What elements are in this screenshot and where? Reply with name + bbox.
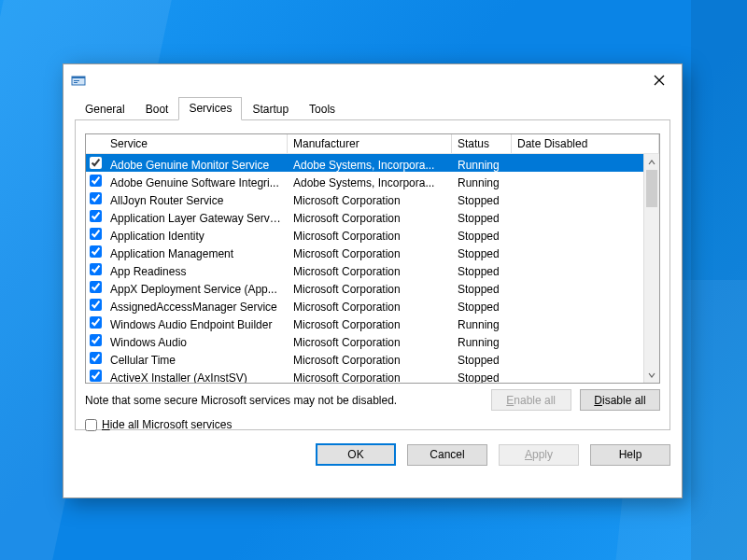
hide-ms-services-checkbox[interactable] (85, 419, 97, 431)
row-checkbox[interactable] (90, 334, 102, 346)
svg-rect-1 (72, 77, 85, 78)
cell-date-disabled (512, 331, 659, 349)
cell-status: Running (452, 331, 512, 349)
help-button[interactable]: Help (590, 444, 670, 466)
row-checkbox[interactable] (90, 228, 102, 240)
titlebar (63, 64, 682, 96)
svg-rect-3 (74, 82, 78, 83)
cell-date-disabled (512, 314, 659, 331)
cell-status: Stopped (452, 243, 512, 260)
tab-startup[interactable]: Startup (242, 98, 299, 120)
cell-status: Stopped (452, 296, 512, 314)
cell-date-disabled (512, 349, 659, 367)
table-row[interactable]: Windows AudioMicrosoft CorporationRunnin… (86, 331, 659, 349)
svg-rect-2 (74, 80, 79, 81)
tab-services[interactable]: Services (178, 97, 242, 120)
close-button[interactable] (639, 66, 680, 94)
cell-status: Stopped (452, 260, 512, 278)
listview-rows: Adobe Genuine Monitor ServiceAdobe Syste… (86, 154, 659, 383)
cell-service: App Readiness (105, 260, 288, 278)
column-manufacturer[interactable]: Manufacturer (288, 134, 452, 153)
table-row[interactable]: Windows Audio Endpoint BuilderMicrosoft … (86, 314, 659, 331)
cell-service: AssignedAccessManager Service (105, 296, 288, 314)
table-row[interactable]: AllJoyn Router ServiceMicrosoft Corporat… (86, 189, 659, 207)
scrollbar-vertical[interactable] (643, 154, 659, 383)
cell-manufacturer: Microsoft Corporation (288, 296, 452, 314)
column-checkbox[interactable] (86, 134, 105, 153)
row-checkbox[interactable] (90, 316, 102, 329)
table-row[interactable]: App ReadinessMicrosoft CorporationStoppe… (86, 260, 659, 278)
dialog-button-row: OK Cancel Apply Help (63, 438, 682, 475)
table-row[interactable]: Application Layer Gateway ServiceMicroso… (86, 207, 659, 225)
cell-date-disabled (512, 172, 659, 189)
cell-status: Stopped (452, 207, 512, 225)
cell-date-disabled (512, 243, 659, 260)
row-checkbox[interactable] (90, 281, 102, 293)
cell-service: Application Layer Gateway Service (105, 207, 288, 225)
cell-service: Windows Audio (105, 331, 288, 349)
table-row[interactable]: ActiveX Installer (AxInstSV)Microsoft Co… (86, 367, 659, 383)
apply-button[interactable]: Apply (499, 444, 579, 466)
cell-status: Running (452, 154, 512, 172)
scroll-down-button[interactable] (644, 367, 660, 383)
row-checkbox[interactable] (90, 210, 102, 222)
row-checkbox[interactable] (90, 157, 102, 169)
app-icon (71, 73, 86, 88)
cell-manufacturer: Microsoft Corporation (288, 278, 452, 296)
cell-service: Application Management (105, 243, 288, 260)
cancel-button[interactable]: Cancel (407, 444, 487, 466)
table-row[interactable]: Adobe Genuine Software Integri...Adobe S… (86, 172, 659, 189)
cell-manufacturer: Microsoft Corporation (288, 331, 452, 349)
row-checkbox[interactable] (90, 192, 102, 204)
cell-service: Cellular Time (105, 349, 288, 367)
cell-date-disabled (512, 225, 659, 243)
cell-manufacturer: Adobe Systems, Incorpora... (288, 172, 452, 189)
row-checkbox[interactable] (90, 352, 102, 364)
cell-service: ActiveX Installer (AxInstSV) (105, 367, 288, 383)
cell-manufacturer: Microsoft Corporation (288, 314, 452, 331)
cell-manufacturer: Microsoft Corporation (288, 367, 452, 383)
hide-ms-services-label[interactable]: Hide all Microsoft services (102, 418, 232, 431)
tab-tools[interactable]: Tools (299, 98, 345, 120)
tab-boot[interactable]: Boot (135, 98, 179, 120)
table-row[interactable]: Application IdentityMicrosoft Corporatio… (86, 225, 659, 243)
enable-all-button[interactable]: Enable all (491, 389, 571, 411)
cell-date-disabled (512, 207, 659, 225)
table-row[interactable]: AppX Deployment Service (App...Microsoft… (86, 278, 659, 296)
row-checkbox[interactable] (90, 263, 102, 275)
cell-service: Application Identity (105, 225, 288, 243)
row-checkbox[interactable] (90, 245, 102, 258)
cell-date-disabled (512, 367, 659, 383)
row-checkbox[interactable] (90, 175, 102, 187)
cell-manufacturer: Microsoft Corporation (288, 225, 452, 243)
scroll-thumb[interactable] (646, 170, 657, 207)
cell-date-disabled (512, 260, 659, 278)
note-text: Note that some secure Microsoft services… (85, 394, 397, 407)
msconfig-window: GeneralBootServicesStartupTools Service … (63, 63, 683, 498)
cell-date-disabled (512, 296, 659, 314)
disable-all-button[interactable]: Disable all (580, 389, 660, 411)
cell-service: AllJoyn Router Service (105, 189, 288, 207)
services-listview[interactable]: Service Manufacturer Status Date Disable… (85, 133, 660, 384)
scroll-up-button[interactable] (644, 154, 660, 170)
ok-button[interactable]: OK (316, 443, 396, 466)
cell-status: Running (452, 172, 512, 189)
row-checkbox[interactable] (90, 370, 102, 382)
cell-manufacturer: Microsoft Corporation (288, 207, 452, 225)
cell-status: Stopped (452, 349, 512, 367)
column-status[interactable]: Status (452, 134, 512, 153)
table-row[interactable]: Cellular TimeMicrosoft CorporationStoppe… (86, 349, 659, 367)
row-checkbox[interactable] (90, 299, 102, 311)
cell-manufacturer: Microsoft Corporation (288, 349, 452, 367)
table-row[interactable]: AssignedAccessManager ServiceMicrosoft C… (86, 296, 659, 314)
cell-service: Adobe Genuine Software Integri... (105, 172, 288, 189)
table-row[interactable]: Application ManagementMicrosoft Corporat… (86, 243, 659, 260)
cell-date-disabled (512, 278, 659, 296)
tab-general[interactable]: General (75, 98, 135, 120)
table-row[interactable]: Adobe Genuine Monitor ServiceAdobe Syste… (86, 154, 659, 172)
scroll-track[interactable] (644, 170, 659, 367)
cell-date-disabled (512, 189, 659, 207)
column-service[interactable]: Service (105, 134, 288, 153)
cell-manufacturer: Microsoft Corporation (288, 189, 452, 207)
column-date-disabled[interactable]: Date Disabled (512, 134, 659, 153)
